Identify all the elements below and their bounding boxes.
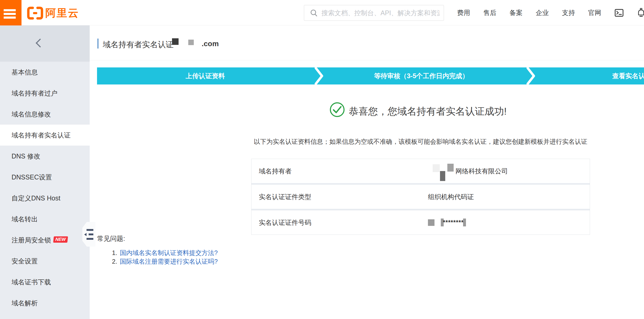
hamburger-icon <box>4 17 16 19</box>
row-value: ******** <box>428 210 590 235</box>
search-icon <box>310 9 318 17</box>
top-nav: 费用 售后 备案 企业 支持 官网 <box>457 0 644 25</box>
sidebar-item-custom-dns-host[interactable]: 自定义DNS Host <box>0 188 90 209</box>
certificate-type: 组织机构代码证 <box>428 185 474 209</box>
table-row: 域名持有者 网络科技有限公司 <box>251 159 590 183</box>
sidebar-item-label: DNSSEC设置 <box>12 173 52 181</box>
faq-title: 常见问题: <box>97 234 125 243</box>
nav-item-aftersales[interactable]: 售后 <box>483 8 496 17</box>
faq-link-international-realname[interactable]: 国际域名注册需要进行实名认证吗? <box>120 258 218 265</box>
nav-item-official-site[interactable]: 官网 <box>588 8 601 17</box>
page-title: 域名持有者实名认证 <box>103 39 174 50</box>
sidebar-item-label: 基本信息 <box>12 68 38 76</box>
table-row: 实名认证证件类型 组织机构代码证 <box>251 185 590 209</box>
faq-item: 1.国内域名实名制认证资料提交方法? <box>112 249 218 257</box>
collapse-arrow-icon <box>84 233 87 236</box>
row-label: 实名认证证件类型 <box>251 185 428 209</box>
title-accent-bar <box>97 39 99 49</box>
sidebar-item-domain-transfer-out[interactable]: 域名转出 <box>0 209 90 230</box>
notice-text: 以下为实名认证资料信息；如果信息为空或不准确，该模板可能会影响域名实名认证，建议… <box>251 137 590 146</box>
aliyun-logo[interactable]: 阿里云 <box>27 6 79 20</box>
sidebar-item-certificate-download[interactable]: 域名证书下载 <box>0 272 90 293</box>
nav-item-icp[interactable]: 备案 <box>509 8 523 17</box>
terminal-icon <box>614 8 624 18</box>
sidebar: 基本信息 域名持有者过户 域名信息修改 域名持有者实名认证 DNS 修改 DNS… <box>0 25 90 319</box>
aliyun-brackets-icon <box>27 6 43 20</box>
progress-steps: 上传认证资料 等待审核（3-5个工作日内完成） 查看实名认证结果 <box>97 67 644 84</box>
hamburger-menu-button[interactable] <box>0 0 22 25</box>
new-badge: NEW <box>53 236 68 243</box>
sidebar-item-basic-info[interactable]: 基本信息 <box>0 62 90 83</box>
sidebar-item-label: 域名持有者实名认证 <box>12 131 71 139</box>
redacted-domain-block <box>188 40 194 45</box>
hamburger-icon <box>4 9 16 11</box>
sidebar-item-dnssec[interactable]: DNSSEC设置 <box>0 167 90 188</box>
sidebar-item-label: 注册局安全锁 <box>12 236 51 244</box>
collapse-icon <box>89 233 93 235</box>
collapse-icon <box>87 238 93 240</box>
sidebar-item-registry-lock[interactable]: 注册局安全锁NEW <box>0 230 90 251</box>
domain-suffix: .com <box>202 40 219 48</box>
row-value: 网络科技有限公司 <box>428 159 590 183</box>
step-upload-materials: 上传认证资料 <box>100 67 310 84</box>
faq-link-domestic-realname[interactable]: 国内域名实名制认证资料提交方法? <box>120 249 218 256</box>
search-input[interactable] <box>321 9 439 17</box>
redaction-mosaic <box>428 159 455 183</box>
redaction-block <box>428 219 434 226</box>
top-bar: 阿里云 费用 售后 备案 企业 支持 官网 <box>0 0 644 25</box>
chevron-left-icon <box>36 39 45 47</box>
terminal-button[interactable] <box>614 8 624 18</box>
divider <box>90 60 644 60</box>
sidebar-item-realname-verification[interactable]: 域名持有者实名认证 <box>0 125 90 146</box>
sidebar-item-security-settings[interactable]: 安全设置 <box>0 251 90 272</box>
sidebar-item-dns-modify[interactable]: DNS 修改 <box>0 146 90 167</box>
realname-info-table: 域名持有者 网络科技有限公司 实名认证证件类型 组织机构代码证 实名认证证件号码… <box>251 159 590 235</box>
redaction-block <box>463 219 466 226</box>
nav-item-support[interactable]: 支持 <box>562 8 575 17</box>
table-row: 实名认证证件号码 ******** <box>251 210 590 235</box>
sidebar-item-domain-resolution[interactable]: 域名解析 <box>0 293 90 313</box>
sidebar-item-label: 域名转出 <box>12 215 38 223</box>
redacted-domain-block <box>172 38 179 45</box>
row-label: 域名持有者 <box>251 159 428 183</box>
sidebar-collapse-handle[interactable] <box>82 222 95 247</box>
bell-icon <box>637 8 644 18</box>
success-message: 恭喜您，您域名持有者实名认证成功! <box>349 105 507 118</box>
sidebar-item-label: 域名证书下载 <box>12 278 51 286</box>
sidebar-item-label: DNS 修改 <box>12 152 40 160</box>
sidebar-item-holder-transfer[interactable]: 域名持有者过户 <box>0 83 90 104</box>
sidebar-item-label: 域名持有者过户 <box>12 89 57 97</box>
sidebar-collapse-header[interactable] <box>0 25 90 62</box>
row-label: 实名认证证件号码 <box>251 210 428 235</box>
sidebar-item-info-modify[interactable]: 域名信息修改 <box>0 104 90 125</box>
faq-item: 2.国际域名注册需要进行实名认证吗? <box>112 257 218 266</box>
notifications-button[interactable] <box>637 8 644 18</box>
sidebar-item-label: 域名信息修改 <box>12 110 51 118</box>
success-check-icon <box>329 102 345 118</box>
step-await-review: 等待审核（3-5个工作日内完成） <box>316 67 526 84</box>
hamburger-icon <box>4 13 16 15</box>
progress-steps-track: 上传认证资料 等待审核（3-5个工作日内完成） 查看实名认证结果 <box>97 67 644 84</box>
nav-item-enterprise[interactable]: 企业 <box>536 8 549 17</box>
sidebar-item-label: 安全设置 <box>12 257 38 265</box>
step-view-result: 查看实名认证结果 <box>534 67 644 84</box>
nav-item-fees[interactable]: 费用 <box>457 8 470 17</box>
logo-text: 阿里云 <box>45 6 79 20</box>
sidebar-item-label: 自定义DNS Host <box>12 194 60 202</box>
collapse-icon <box>87 229 93 231</box>
faq-number: 1. <box>112 249 117 256</box>
certificate-number-masked: ******** <box>443 210 464 235</box>
faq-number: 2. <box>112 258 117 265</box>
row-value: 组织机构代码证 <box>428 185 590 209</box>
sidebar-item-label: 域名解析 <box>12 299 38 307</box>
global-search[interactable] <box>304 5 444 21</box>
holder-name: 网络科技有限公司 <box>455 159 508 183</box>
